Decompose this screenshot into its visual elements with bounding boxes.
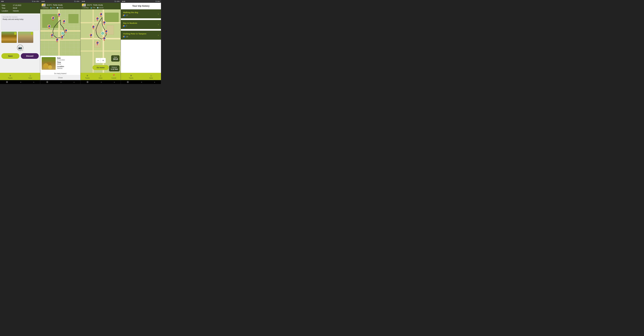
zoom-out-button[interactable]: −: [96, 58, 101, 63]
steps-label: Steps: [113, 57, 118, 58]
photo-1[interactable]: [2, 32, 17, 43]
nav-home-4[interactable]: ⌂ Home: [149, 74, 153, 79]
trip-history-title: Your trip history: [121, 3, 161, 9]
map3-pin-2[interactable]: [96, 17, 99, 21]
detail-info: Date 17.10.2022 Time 09:53 Location Hels…: [57, 57, 79, 70]
home-label-4: Home: [149, 77, 153, 79]
map-view-2[interactable]: ◎: [40, 9, 80, 56]
condition-3: Partly cloudy: [93, 4, 103, 6]
nav-home-1[interactable]: ⌂ Home: [28, 74, 32, 79]
android-nav-2: ⦿ ○ ‹: [40, 80, 80, 84]
status-bar-1: 9:50 📷 Ns ▪ 35%: [0, 0, 40, 3]
map-pin-5[interactable]: [64, 29, 68, 33]
trip-item-0[interactable]: Walking the dog 17 ›: [121, 9, 161, 18]
trip-2-photo-icon: [123, 36, 125, 38]
screen-4-content: Your trip history Walking the dog 17 › D…: [121, 3, 161, 73]
android-home-1: ○: [20, 81, 21, 83]
screen-1-add-moment: 9:50 📷 Ns ▪ 35% Date 17.10.2022 Time 09:…: [0, 0, 40, 84]
action-buttons: Save Discard: [2, 53, 39, 59]
map3-pin-7[interactable]: [103, 37, 106, 41]
save-button[interactable]: Save: [2, 53, 20, 59]
photo-1-badge: [14, 32, 16, 35]
zoom-in-button[interactable]: +: [101, 58, 106, 63]
trip-1-chevron: ›: [158, 23, 159, 26]
add-photo-button[interactable]: 📷 +: [17, 45, 23, 51]
humidity-2: 💧 77%: [50, 7, 55, 9]
trip-0-title: Walking the dog: [123, 11, 158, 14]
destination-pin[interactable]: ◎: [61, 32, 64, 36]
nav-travels-3[interactable]: ≡ Travels: [85, 74, 90, 79]
map-pin-8[interactable]: [56, 38, 58, 42]
status-time-4: 10:43: [122, 1, 125, 2]
screen-1-content: Date 17.10.2022 Time 09:49 Location Hels…: [0, 3, 40, 73]
destination-pin-3[interactable]: ◎: [101, 32, 104, 36]
photo-2[interactable]: [18, 32, 33, 43]
map-background-3: ◎ Steps 1614 Distance 1.12 km − +: [80, 9, 121, 73]
dest-circle-3: ◎: [101, 32, 104, 35]
map-view-3[interactable]: ◎ Steps 1614 Distance 1.12 km − +: [80, 9, 121, 73]
home-icon-4: ⌂: [150, 74, 152, 77]
humidity-3: 💧 77%: [90, 7, 95, 9]
trip-bottom-spacer: [121, 40, 161, 68]
trip-1-title: Day in Nuuksio: [123, 22, 158, 24]
home-icon-1: ⌂: [30, 74, 31, 77]
map-pin-4[interactable]: [48, 25, 50, 29]
detail-date-label: Date: [57, 57, 79, 59]
go-home-button[interactable]: Go home: [92, 65, 109, 70]
nav-travels-1[interactable]: ≡ Travels: [8, 74, 12, 79]
trip-spacer-1: [121, 19, 161, 20]
map-pin-1[interactable]: [58, 13, 60, 17]
temperature-2: 10.4°C: [47, 4, 52, 6]
android-menu-4: ⦿: [127, 81, 129, 83]
screen-2-map-detail: 10:08 📷 ▪ 29% 10.4°C Partly cloudy ≡ 101…: [40, 0, 80, 84]
status-icons-4: 📷 56%: [155, 1, 160, 2]
android-back-1: ‹: [34, 81, 34, 83]
trip-0-chevron: ›: [158, 13, 159, 16]
moment-textarea[interactable]: Describe the moment... Really cold and w…: [2, 15, 39, 30]
map3-pin-5[interactable]: [104, 30, 108, 34]
moment-detail-card: Date 17.10.2022 Time 09:53 Location Hels…: [40, 56, 80, 71]
travels-icon-4: ≡: [130, 74, 132, 77]
android-menu-3: ⦿: [86, 81, 88, 83]
textarea-content: Really cold and windy today: [3, 18, 38, 20]
discard-button[interactable]: Discard: [21, 53, 39, 59]
nav-bar-3: ≡ Travels ⌂ Home 📍 Current: [80, 73, 121, 80]
weather-icon-2: [42, 4, 46, 7]
distance-label: Distance: [111, 67, 118, 68]
map3-pin-4[interactable]: [92, 25, 95, 29]
travels-label-4: Travels: [129, 77, 133, 79]
screen-3-content: 10.4°C Partly cloudy ≡ 1014hpa 💧 77% 💨 2…: [80, 3, 121, 73]
location-label: Location: [2, 10, 13, 12]
map3-pin-8[interactable]: [96, 41, 99, 45]
detail-caption: So many leaves!: [40, 72, 80, 75]
map-pin-6[interactable]: [50, 34, 54, 37]
steps-box: Steps 1614: [111, 55, 120, 62]
status-bar-4: 10:43 📷 56%: [121, 0, 161, 3]
detail-time-value: 09:53: [57, 63, 79, 65]
status-icons-3: 📷 ▪ 30%: [114, 1, 120, 2]
travels-label-3: Travels: [85, 77, 90, 79]
android-nav-3: ⦿ ○ ‹: [80, 80, 121, 84]
map-pin-2[interactable]: [52, 16, 54, 20]
nav-travels-4[interactable]: ≡ Travels: [129, 74, 133, 79]
close-button[interactable]: Close: [40, 75, 80, 80]
map-pin-7[interactable]: [60, 35, 64, 39]
status-icons-2: 📷 ▪ 29%: [74, 1, 79, 2]
status-bar-3: 10:08 📷 ▪ 30%: [80, 0, 121, 3]
map3-pin-3[interactable]: [103, 21, 106, 25]
screen-4-trip-history: 10:43 📷 56% Your trip history Walking th…: [121, 0, 161, 84]
temperature-3: 10.4°C: [87, 4, 92, 6]
nav-home-3[interactable]: ⌂ Home: [99, 74, 102, 79]
travels-label-1: Travels: [8, 77, 12, 79]
trip-item-2[interactable]: Visiting Peter in Tampere 10 ›: [121, 31, 161, 40]
map-pin-3[interactable]: [62, 20, 66, 24]
trip-0-meta: 17: [123, 15, 158, 16]
detail-date-value: 17.10.2022: [57, 59, 79, 61]
nav-bar-4: ≡ Travels ⌂ Home: [121, 73, 161, 80]
map3-pin-6[interactable]: [89, 34, 92, 37]
map3-pin-1[interactable]: [100, 13, 102, 17]
trip-item-1[interactable]: Day in Nuuksio 7 ›: [121, 20, 161, 29]
time-label: Time: [2, 7, 13, 10]
nav-current-3[interactable]: 📍 Current: [112, 74, 116, 79]
current-label-3: Current: [112, 77, 116, 79]
